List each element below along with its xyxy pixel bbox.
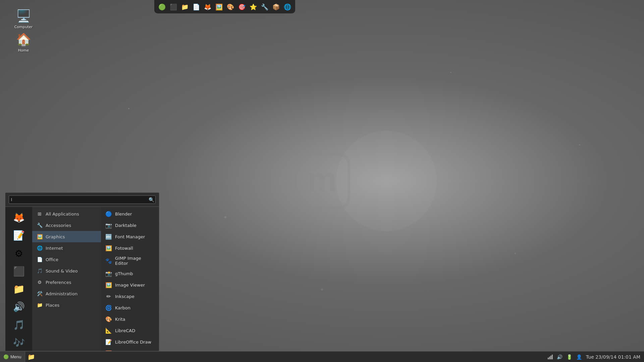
font-manager-icon: 🔤	[105, 233, 112, 240]
top-panel-app8-icon[interactable]: 🔧	[260, 2, 270, 12]
category-administration-label: Administration	[46, 291, 77, 296]
category-accessories[interactable]: 🔧 Accessories	[32, 220, 101, 231]
sidebar-firefox-icon[interactable]: 🦊	[10, 209, 27, 226]
top-panel-mint-icon[interactable]: 🟢	[157, 2, 167, 12]
app-karbon[interactable]: 🌀 Karbon	[101, 302, 159, 313]
menu-button[interactable]: 🟢 Menu	[0, 352, 25, 362]
app-image-viewer-label: Image Viewer	[115, 283, 145, 288]
blender-icon: 🔵	[105, 210, 112, 218]
panel-file-manager-button[interactable]: 📁	[26, 352, 36, 362]
luminance-hdr-icon: 🌅	[105, 350, 112, 351]
menu-button-label: Menu	[10, 354, 21, 359]
app-karbon-label: Karbon	[115, 305, 130, 310]
menu-mint-icon: 🟢	[3, 354, 9, 359]
category-sound-video[interactable]: 🎵 Sound & Video	[32, 265, 101, 277]
gthumb-icon: 📸	[105, 270, 112, 277]
app-luminance-hdr[interactable]: 🌅 Luminance HDR	[101, 348, 159, 351]
app-blender[interactable]: 🔵 Blender	[101, 208, 159, 220]
top-panel: 🟢 ⬛ 📁 📄 🦊 🖼️ 🎨 🎯 ⭐ 🔧 📦 🌐	[154, 0, 295, 13]
accessories-icon: 🔧	[36, 222, 43, 229]
category-internet-label: Internet	[46, 246, 63, 251]
category-office-label: Office	[46, 257, 58, 262]
krita-icon: 🎨	[105, 315, 112, 323]
sidebar-audio-icon[interactable]: 🔊	[10, 299, 27, 315]
sidebar-terminal-icon[interactable]: ⬛	[10, 263, 27, 280]
mint-logo-watermark: m	[288, 147, 356, 215]
sidebar-notes-icon[interactable]: 📝	[10, 227, 27, 244]
app-darktable[interactable]: 📷 Darktable	[101, 220, 159, 231]
sidebar-audio2-icon[interactable]: 🎵	[10, 317, 27, 333]
start-menu: 🔍 🦊 📝 ⚙️ ⬛ 📁 🔊 🎵 🎶 ⊞ All Applications	[5, 192, 159, 351]
desktop-icon-home[interactable]: 🏠 Home	[10, 30, 37, 54]
category-places[interactable]: 📁 Places	[32, 299, 101, 311]
search-input[interactable]	[9, 195, 156, 204]
places-icon: 📁	[36, 302, 43, 308]
app-image-viewer[interactable]: 🖼️ Image Viewer	[101, 279, 159, 291]
category-office[interactable]: 📄 Office	[32, 254, 101, 265]
top-panel-color-icon[interactable]: 🎨	[225, 2, 235, 12]
sidebar-folder-icon[interactable]: 📁	[10, 281, 27, 297]
top-panel-files-icon[interactable]: 📁	[180, 2, 190, 12]
category-preferences[interactable]: ⚙️ Preferences	[32, 277, 101, 288]
top-panel-doc-icon[interactable]: 📄	[191, 2, 201, 12]
graphics-icon: 🖼️	[36, 233, 43, 240]
svg-rect-3	[549, 357, 550, 359]
menu-apps: 🔵 Blender 📷 Darktable 🔤 Font Manager 🖼️ …	[101, 207, 159, 351]
darktable-icon: 📷	[105, 222, 112, 229]
desktop: m 🖥️ Computer 🏠 Home 🟢 ⬛ 📁 📄 🦊 🖼️ 🎨 🎯 ⭐ …	[0, 0, 644, 362]
category-graphics-label: Graphics	[46, 234, 65, 239]
category-all-applications[interactable]: ⊞ All Applications	[32, 208, 101, 220]
app-krita-label: Krita	[115, 317, 125, 322]
app-librecad[interactable]: 📐 LibreCAD	[101, 325, 159, 336]
top-panel-app7-icon[interactable]: ⭐	[248, 2, 258, 12]
sidebar-audio3-icon[interactable]: 🎶	[10, 335, 27, 351]
inkscape-icon: ✏️	[105, 293, 112, 300]
sidebar-settings-icon[interactable]: ⚙️	[10, 245, 27, 262]
top-panel-app10-icon[interactable]: 🌐	[282, 2, 292, 12]
category-accessories-label: Accessories	[46, 223, 71, 228]
menu-categories: ⊞ All Applications 🔧 Accessories 🖼️ Grap…	[32, 207, 101, 351]
tray-datetime[interactable]: Tue 23/09/14 01:01 AM	[585, 354, 641, 360]
category-administration[interactable]: 🛠️ Administration	[32, 288, 101, 299]
tray-volume-icon[interactable]: 🔊	[556, 354, 564, 360]
app-fotowall[interactable]: 🖼️ Fotowall	[101, 242, 159, 254]
internet-icon: 🌐	[36, 245, 43, 251]
tray-network-icon[interactable]	[546, 354, 554, 360]
top-panel-app9-icon[interactable]: 📦	[271, 2, 281, 12]
libreoffice-draw-icon: 📝	[105, 338, 112, 346]
desktop-icon-computer[interactable]: 🖥️ Computer	[10, 7, 37, 31]
office-icon: 📄	[36, 256, 43, 263]
category-graphics[interactable]: 🖼️ Graphics	[32, 231, 101, 242]
home-icon: 🏠	[15, 32, 32, 48]
app-font-manager[interactable]: 🔤 Font Manager	[101, 231, 159, 242]
app-fotowall-label: Fotowall	[115, 246, 133, 251]
top-panel-app6-icon[interactable]: 🎯	[237, 2, 247, 12]
bottom-panel: 🟢 Menu 📁 🔊 🔋 👤 Tue 23/09/14 01:01 AM	[0, 351, 644, 362]
app-darktable-label: Darktable	[115, 223, 137, 228]
administration-icon: 🛠️	[36, 290, 43, 297]
librecad-icon: 📐	[105, 327, 112, 334]
menu-search-bar: 🔍	[5, 193, 159, 207]
app-gimp[interactable]: 🐾 GIMP Image Editor	[101, 254, 159, 268]
sound-video-icon: 🎵	[36, 267, 43, 274]
svg-text:m: m	[307, 161, 337, 198]
category-internet[interactable]: 🌐 Internet	[32, 242, 101, 254]
app-libreoffice-draw[interactable]: 📝 LibreOffice Draw	[101, 336, 159, 348]
app-inkscape-label: Inkscape	[115, 294, 135, 299]
image-viewer-icon: 🖼️	[105, 281, 112, 289]
tray-user-icon[interactable]: 👤	[575, 354, 583, 360]
svg-rect-5	[552, 355, 553, 359]
tray-battery-icon[interactable]: 🔋	[566, 354, 573, 360]
top-panel-terminal-icon[interactable]: ⬛	[168, 2, 178, 12]
top-panel-photos-icon[interactable]: 🖼️	[214, 2, 224, 12]
panel-right: 🔊 🔋 👤 Tue 23/09/14 01:01 AM	[546, 354, 644, 360]
top-panel-firefox-icon[interactable]: 🦊	[203, 2, 213, 12]
app-krita[interactable]: 🎨 Krita	[101, 313, 159, 325]
fotowall-icon: 🖼️	[105, 244, 112, 252]
menu-sidebar: 🦊 📝 ⚙️ ⬛ 📁 🔊 🎵 🎶	[5, 207, 32, 351]
category-preferences-label: Preferences	[46, 280, 71, 285]
app-inkscape[interactable]: ✏️ Inkscape	[101, 291, 159, 302]
search-button[interactable]: 🔍	[149, 197, 154, 202]
computer-icon-label: Computer	[14, 25, 33, 29]
app-gthumb[interactable]: 📸 gThumb	[101, 268, 159, 279]
